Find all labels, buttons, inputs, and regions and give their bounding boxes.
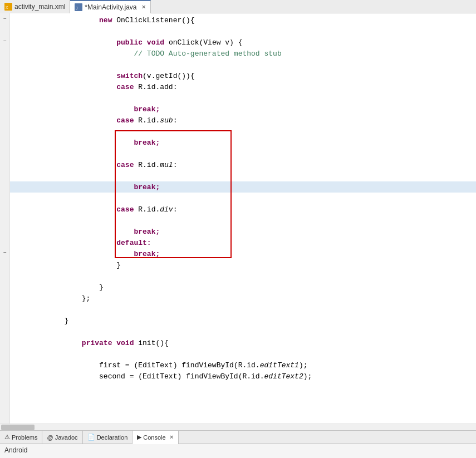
tab-label-java: *MainActivity.java [85, 3, 136, 11]
editor-gutter: − − − [0, 13, 10, 423]
gutter-space-14 [0, 180, 9, 191]
gutter-space-1 [0, 24, 9, 36]
code-line-7: case R.id.add: [10, 81, 476, 92]
gutter-space-11 [0, 147, 9, 158]
bottom-tab-bar: ⚠ Problems @ Javadoc 📄 Declaration ▶ Con… [0, 431, 476, 444]
code-line-23: } [10, 259, 476, 270]
tab-activity-main-xml[interactable]: X activity_main.xml [0, 0, 70, 13]
collapse-indicator-3[interactable]: − [0, 247, 9, 258]
code-line-12: break; [10, 137, 476, 148]
gutter-space-3 [0, 58, 9, 69]
tab-main-activity-java[interactable]: J *MainActivity.java ✕ [70, 0, 150, 13]
xml-file-icon: X [4, 3, 12, 11]
declaration-icon: 📄 [87, 434, 95, 441]
tab-declaration-label: Declaration [97, 434, 128, 441]
gutter-space-17 [0, 214, 9, 225]
bottom-panel: ⚠ Problems @ Javadoc 📄 Declaration ▶ Con… [0, 430, 476, 458]
gutter-space-7 [0, 102, 9, 114]
gutter-space-15 [0, 191, 9, 203]
tab-close-icon[interactable]: ✕ [141, 4, 146, 10]
code-line-10: case R.id.sub: [10, 115, 476, 126]
svg-text:X: X [6, 6, 8, 9]
gutter-space-16 [0, 203, 9, 214]
gutter-space-19 [0, 236, 9, 247]
code-editor[interactable]: new OnClickListener(){ public void onCli… [10, 13, 476, 423]
code-line-4: // TODO Auto-generated method stub [10, 48, 476, 59]
tab-problems[interactable]: ⚠ Problems [0, 431, 42, 444]
code-line-28: } [10, 315, 476, 326]
code-line-30: private void init(){ [10, 337, 476, 348]
tab-problems-label: Problems [12, 434, 37, 441]
gutter-space-6 [0, 91, 9, 102]
gutter-space-13 [0, 169, 9, 180]
horizontal-scrollbar[interactable] [0, 423, 476, 430]
gutter-space-4 [0, 69, 9, 80]
gutter-space-9 [0, 125, 9, 136]
code-line-14: case R.id.mul: [10, 159, 476, 170]
bottom-status-content: Android [0, 444, 476, 456]
code-line-26: }; [10, 293, 476, 304]
tab-bar: X activity_main.xml J *MainActivity.java… [0, 0, 476, 13]
tab-console-label: Console [143, 434, 165, 441]
tab-label-xml: activity_main.xml [14, 3, 65, 11]
tab-javadoc[interactable]: @ Javadoc [42, 431, 82, 444]
code-line-1: new OnClickListener(){ [10, 14, 476, 26]
tab-console[interactable]: ▶ Console ✕ [133, 431, 178, 444]
java-file-icon: J [75, 3, 82, 11]
bottom-status-text: Android [4, 446, 27, 454]
problems-icon: ⚠ [4, 434, 10, 441]
code-line-27 [10, 304, 476, 315]
editor-area: − − − new OnClickListener(){ [0, 13, 476, 423]
tab-javadoc-label: Javadoc [55, 434, 78, 441]
console-close-icon[interactable]: ✕ [169, 434, 174, 440]
gutter-space-5 [0, 80, 9, 91]
console-icon: ▶ [137, 434, 141, 441]
code-line-16: break; [10, 181, 476, 193]
svg-text:J: J [76, 6, 78, 10]
gutter-space-18 [0, 225, 9, 236]
tab-declaration[interactable]: 📄 Declaration [83, 431, 133, 444]
javadoc-icon: @ [47, 434, 53, 441]
collapse-indicator-2[interactable]: − [0, 36, 9, 47]
gutter-space-10 [0, 136, 9, 147]
code-line-18: case R.id.div: [10, 204, 476, 215]
collapse-indicator-1[interactable]: − [0, 13, 9, 24]
code-line-33: second = (EditText) findViewByI​d(R.id.e… [10, 371, 476, 382]
gutter-space-8 [0, 114, 9, 125]
gutter-space-2 [0, 47, 9, 58]
gutter-space-12 [0, 158, 9, 169]
